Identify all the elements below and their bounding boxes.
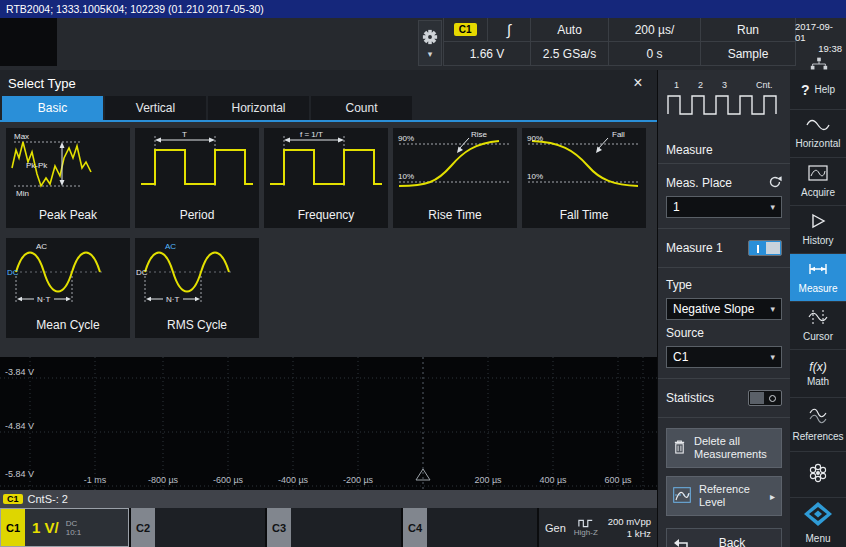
tile-mean-cycle[interactable]: DC AC N·T Mean Cycle [6, 238, 130, 338]
svg-text:Rise: Rise [471, 130, 488, 139]
dialog-title: Select Type [8, 76, 76, 91]
trigger-source-badge: C1 [454, 23, 477, 36]
time-label: -800 µs [148, 475, 179, 485]
source-label: Source [666, 326, 782, 342]
tile-label: Fall Time [522, 202, 646, 228]
chevron-down-icon: ▾ [428, 50, 433, 58]
voltage-label: -5.84 V [5, 469, 34, 479]
svg-text:Max: Max [14, 132, 29, 141]
source-value: C1 [673, 350, 688, 364]
tab-count[interactable]: Count [311, 96, 412, 120]
channel-c3-badge: C3 [267, 508, 291, 547]
timebase-cell[interactable]: 200 µs/ [609, 18, 701, 42]
back-label: Back [689, 536, 775, 547]
dialog-header: Select Type × [0, 70, 657, 96]
svg-text:T: T [182, 130, 187, 139]
channel-c3[interactable]: C3 [267, 508, 401, 547]
tile-period[interactable]: T Period [135, 128, 259, 228]
channel-c2[interactable]: C2 [131, 508, 265, 547]
svg-text:N·T: N·T [166, 295, 179, 304]
type-value: Negative Slope [673, 302, 754, 316]
tile-peak-peak[interactable]: Max Pk-Pk Min Peak Peak [6, 128, 130, 228]
channel-c4[interactable]: C4 [403, 508, 537, 547]
menu-item-math[interactable]: f(x) Math [790, 350, 846, 398]
reference-level-button[interactable]: Reference Level ▸ [666, 476, 782, 516]
type-select[interactable]: Negative Slope ▾ [666, 298, 782, 320]
acquire-mode-cell[interactable]: Sample [701, 42, 796, 66]
trigger-mode-cell[interactable]: Auto [531, 18, 609, 42]
menu-item-horizontal[interactable]: Horizontal [790, 110, 846, 158]
time-label: 19:38 [818, 43, 842, 54]
measure1-toggle[interactable] [748, 240, 782, 256]
source-select[interactable]: C1 ▾ [666, 346, 782, 368]
menu-item-apps[interactable] [790, 452, 846, 498]
run-state-cell[interactable]: Run [701, 18, 796, 42]
graticule: -3.84 V -4.84 V -5.84 V -1 ms -800 µs -6… [0, 357, 657, 490]
time-label: -400 µs [278, 475, 309, 485]
menu-item-cursor[interactable]: Cursor [790, 302, 846, 350]
tile-rms-cycle[interactable]: DC AC N·T RMS Cycle [135, 238, 259, 338]
measure1-label: Measure 1 [666, 241, 723, 255]
menu-item-help[interactable]: ? Help [790, 70, 846, 110]
delete-all-measurements-button[interactable]: Delete all Measurements [666, 428, 782, 468]
channel-c2-badge: C2 [131, 508, 155, 547]
trigger-coupling-icon: ∫ [487, 18, 531, 41]
settings-gear-button[interactable]: ▾ [418, 20, 442, 66]
voltage-label: -4.84 V [5, 421, 34, 431]
menu-item-references[interactable]: References [790, 398, 846, 452]
tab-horizontal[interactable]: Horizontal [208, 96, 309, 120]
svg-text:90%: 90% [527, 134, 543, 143]
separator [658, 417, 790, 418]
horizontal-position-cell[interactable]: 0 s [609, 42, 701, 66]
time-label: 600 µs [604, 475, 632, 485]
rms-cycle-waveform-icon: DC AC N·T [135, 238, 259, 312]
reference-level-line1: Reference [699, 483, 762, 496]
time-label: -1 ms [84, 475, 107, 485]
svg-text:Fall: Fall [612, 130, 625, 139]
svg-text:10%: 10% [527, 172, 543, 181]
menu-item-history[interactable]: History [790, 206, 846, 254]
cursor-icon [808, 309, 828, 329]
back-button[interactable]: Back [666, 528, 782, 547]
trigger-level-cell[interactable]: 1.66 V [444, 42, 531, 66]
tile-fall-time[interactable]: 90% 10% Fall Fall Time [522, 128, 646, 228]
svg-text:10%: 10% [398, 172, 414, 181]
back-arrow-icon [673, 535, 689, 547]
meas-place-select[interactable]: 1 ▾ [666, 196, 782, 218]
menu-item-measure[interactable]: Measure [790, 254, 846, 302]
tile-frequency[interactable]: f = 1/T Frequency [264, 128, 388, 228]
voltage-label: -3.84 V [5, 367, 34, 377]
generator-impedance: High-Z [574, 528, 598, 537]
svg-text:f = 1/T: f = 1/T [300, 130, 323, 139]
tab-basic[interactable]: Basic [2, 96, 103, 120]
trash-icon [673, 439, 686, 458]
statistics-toggle[interactable] [748, 390, 782, 406]
date-label: 2017-09-01 [795, 21, 842, 43]
channel-bar: C1 1 V/ DC 10:1 C2 C3 C4 Gen High-Z 200 … [0, 508, 657, 547]
channel-c1[interactable]: C1 1 V/ DC 10:1 [0, 508, 129, 547]
tile-rise-time[interactable]: 90% 10% Rise Rise Time [393, 128, 517, 228]
measure-menu-panel: 1 2 3 Cnt. Measure Meas. Place 1 ▾ Measu… [658, 70, 790, 547]
separator [658, 378, 790, 379]
period-waveform-icon: T [135, 128, 259, 202]
generator-block[interactable]: Gen High-Z 200 mVpp 1 kHz [539, 508, 657, 547]
chevron-down-icon: ▾ [770, 202, 775, 212]
type-label: Type [666, 278, 782, 294]
channel-c1-coupling: DC [66, 519, 82, 528]
refresh-icon[interactable] [768, 175, 782, 192]
menu-item-acquire[interactable]: Acquire [790, 158, 846, 206]
tab-vertical[interactable]: Vertical [105, 96, 206, 120]
delete-all-line1: Delete all [694, 435, 775, 448]
close-icon[interactable]: × [627, 74, 649, 92]
svg-text:1: 1 [674, 80, 679, 90]
math-fx-icon: f(x) [809, 360, 826, 374]
menu-item-menu[interactable]: Menu [790, 498, 846, 547]
flower-icon [808, 463, 828, 487]
svg-text:Min: Min [16, 189, 29, 198]
frequency-waveform-icon: f = 1/T [264, 128, 388, 202]
meas-place-value: 1 [673, 200, 680, 214]
tile-label: Peak Peak [6, 202, 130, 228]
play-icon [809, 213, 827, 233]
tile-label: Frequency [264, 202, 388, 228]
trigger-source-cell[interactable]: C1 ∫ [444, 18, 531, 42]
